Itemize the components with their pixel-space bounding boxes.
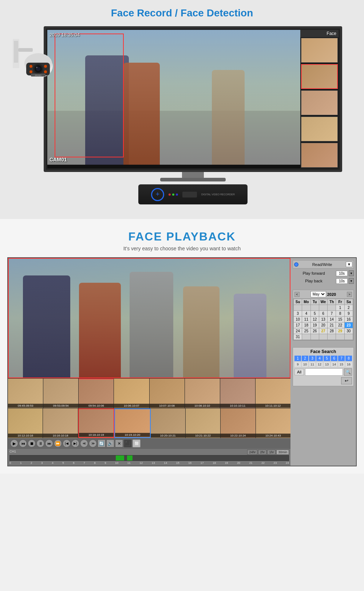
thumb2-item[interactable]: 10:21-10:22 [186,408,221,438]
next-frame-button[interactable]: ▶| [71,439,79,447]
cal-day-15[interactable]: 15 [336,317,344,322]
fs-num-1[interactable]: 1 [294,356,301,361]
cal-day-20[interactable]: 20 [319,322,327,328]
cal-day-11[interactable]: 11 [302,317,310,322]
cal-day-29[interactable]: 29 [336,328,344,334]
read-write-radio[interactable] [294,262,298,267]
timeline-track[interactable] [9,455,289,461]
cal-day-1[interactable]: 1 [336,305,344,310]
fs-num-12[interactable]: 12 [316,362,323,367]
cal-day-4[interactable]: 4 [302,311,310,316]
fs-num-8[interactable]: 8 [345,356,352,361]
face-search-arrow-button[interactable]: ↩ [341,377,352,384]
audio-button[interactable]: 🔊 [106,439,114,447]
thumb2-time: 10:12-10:16 [8,434,43,438]
fs-num-5[interactable]: 5 [324,356,330,361]
sync-button[interactable]: 🔄 [98,439,106,447]
fs-num-4[interactable]: 4 [316,356,323,361]
face-search-input[interactable] [305,368,343,376]
cal-day-14[interactable]: 14 [328,317,336,322]
thumb-item[interactable]: 09:45-09:53 [8,379,43,408]
24hr-button[interactable]: 24hr [247,450,257,455]
cal-day-26[interactable]: 26 [311,328,319,334]
calendar-prev[interactable]: < [294,292,300,297]
cal-day-9[interactable]: 9 [345,311,353,316]
play-back-row: Play back 10s ▼ [293,278,354,284]
2hr-button[interactable]: 2hr [258,450,266,455]
thumb2-item[interactable]: 10:22-10:24 [221,408,256,438]
thumb-item[interactable]: 10:10-10:11 [220,379,256,408]
thumb-item[interactable]: 10:07-10:08 [150,379,185,408]
prev-frame-button[interactable]: |◀ [63,439,71,447]
rewind-button[interactable]: ⏮ [19,439,27,447]
cal-day-30[interactable]: 30 [345,328,353,334]
cal-day-23[interactable]: 23 [345,322,353,328]
cal-day-21[interactable]: 21 [328,322,336,328]
cal-day-18[interactable]: 18 [302,322,310,328]
thumb-item[interactable]: 10:08-10:10 [185,379,220,408]
cal-day-28[interactable]: 28 [328,328,336,334]
slow-button[interactable]: ≪ [80,439,88,447]
cal-day-19[interactable]: 19 [311,322,319,328]
fs-num-16[interactable]: 16 [345,362,352,367]
skip-forward-button[interactable]: ⏭ [45,439,53,447]
cal-day-7[interactable]: 7 [328,311,336,316]
fs-num-11[interactable]: 11 [309,362,316,367]
cal-day-31[interactable]: 31 [294,334,302,340]
stop-button[interactable]: ⏹ [28,439,36,447]
cal-day-2[interactable]: 2 [345,305,353,310]
fs-num-6[interactable]: 6 [331,356,337,361]
cal-day-12[interactable]: 12 [311,317,319,322]
cal-day-10[interactable]: 10 [294,317,302,322]
thumb-item[interactable]: 10:11-10:12 [256,379,290,408]
fs-num-10[interactable]: 10 [302,362,308,367]
cal-day-22[interactable]: 22 [336,322,344,328]
thumb2-item[interactable]: 10:12-10:16 [8,408,43,438]
cal-day-13[interactable]: 13 [319,317,327,322]
play-forward-dropdown[interactable]: ▼ [349,270,354,276]
close-button[interactable]: ✕ [115,439,123,447]
1hr-button[interactable]: 1hr [267,450,276,455]
camera-icon: BRAND [11,37,58,88]
thumb2-item[interactable]: 10:16-10:18 [43,408,78,438]
face-search-all-button[interactable]: All [294,369,304,375]
fs-num-2[interactable]: 2 [302,356,308,361]
thumb-item[interactable]: 10:06-10:07 [114,379,149,408]
calendar-next[interactable]: > [347,292,352,297]
fs-num-9[interactable]: 9 [294,362,301,367]
fs-num-14[interactable]: 14 [331,362,337,367]
pause-button[interactable]: ⏸ [36,439,44,447]
face-search-button[interactable]: 🔍 [344,368,352,376]
read-write-select[interactable]: ▼ [346,262,352,267]
cam-label: CAM01 [50,157,67,163]
fs-num-15[interactable]: 15 [338,362,345,367]
calendar-month-select[interactable]: May [310,291,326,297]
cal-day-3[interactable]: 3 [294,311,302,316]
fs-num-3[interactable]: 3 [309,356,316,361]
thumb2-item[interactable]: 10:19-10:20 [114,408,150,438]
cal-day-24[interactable]: 24 [294,328,302,334]
fs-num-7[interactable]: 7 [338,356,345,361]
30min-button[interactable]: 30min [276,450,289,455]
cal-day-6[interactable]: 6 [319,311,327,316]
thumb2-time: 10:21-10:22 [186,434,220,438]
thumb2-item[interactable]: 10:18-10:19 [78,408,114,438]
play-back-label: Play back [293,279,335,283]
thumb-item[interactable]: 09:53-09:54 [43,379,79,408]
fs-num-13[interactable]: 13 [324,362,330,367]
play-button[interactable]: ▶ [10,439,18,447]
thumb-item[interactable]: 09:54-10:06 [79,379,114,408]
cal-day-16[interactable]: 16 [345,317,353,322]
cal-day-25[interactable]: 25 [302,328,310,334]
record-button[interactable]: ⬛ [124,439,132,447]
play-back-dropdown[interactable]: ▼ [349,278,354,284]
cal-day-27[interactable]: 27 [319,328,327,334]
cal-day-8[interactable]: 8 [336,311,344,316]
fast-button[interactable]: ≫ [89,439,97,447]
thumb2-item[interactable]: 10:24-10:43 [256,408,290,438]
thumb2-item[interactable]: 10:20-10:21 [151,408,186,438]
cal-day-17[interactable]: 17 [294,322,302,328]
fast-forward-button[interactable]: ⏩ [54,439,62,447]
cal-day-5[interactable]: 5 [311,311,319,316]
snapshot-button[interactable]: ⬜ [132,439,141,447]
